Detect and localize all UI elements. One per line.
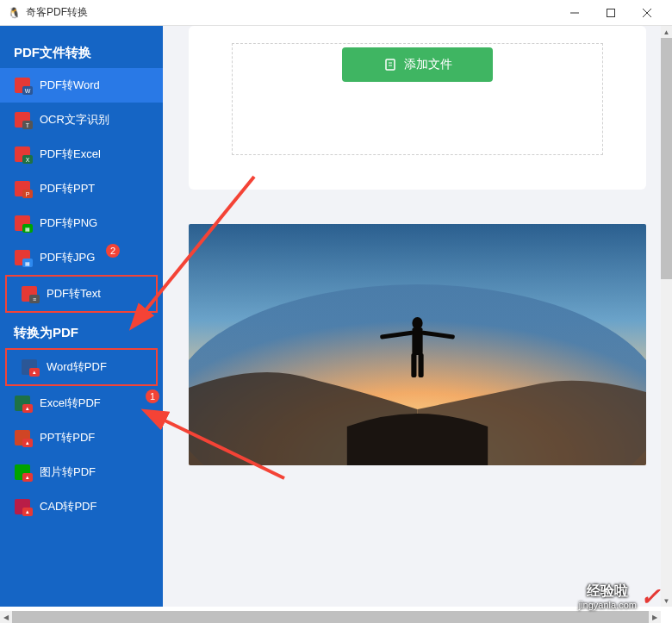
- sidebar-item-label: Word转PDF: [47, 359, 142, 375]
- sidebar-item-label: PDF转Text: [47, 286, 142, 302]
- close-button[interactable]: [629, 1, 665, 25]
- sidebar-item-pdf-to-word[interactable]: PDF转Word: [0, 68, 163, 103]
- maximize-button[interactable]: [593, 1, 629, 25]
- sidebar-item-pdf-to-jpg[interactable]: PDF转JPG 2: [0, 240, 163, 275]
- drop-area[interactable]: 添加文件: [232, 43, 603, 155]
- ocr-icon: [14, 111, 31, 128]
- sidebar-item-label: PDF转PNG: [40, 215, 149, 231]
- annotation-highlight-box: PDF转Text: [5, 275, 158, 313]
- hero-image: [189, 224, 646, 465]
- sidebar-item-label: 图片转PDF: [40, 464, 149, 480]
- svg-rect-13: [411, 353, 416, 377]
- annotation-badge: 1: [146, 389, 159, 403]
- sidebar-item-pdf-to-png[interactable]: PDF转PNG: [0, 206, 163, 240]
- sidebar-section-convert-to: 转换为PDF: [0, 313, 163, 348]
- pdf-text-icon: [21, 285, 38, 302]
- sidebar-item-image-to-pdf[interactable]: 图片转PDF: [0, 455, 163, 489]
- sidebar-section-convert-from: PDF文件转换: [0, 33, 163, 68]
- window-title: 奇客PDF转换: [26, 5, 557, 20]
- upload-card: 添加文件: [189, 26, 646, 190]
- svg-rect-1: [607, 9, 615, 16]
- svg-rect-4: [386, 59, 395, 70]
- add-file-button[interactable]: 添加文件: [342, 47, 493, 82]
- titlebar: 🐧 奇客PDF转换: [0, 0, 672, 26]
- sidebar-item-pdf-to-excel[interactable]: PDF转Excel: [0, 137, 163, 171]
- annotation-highlight-box: Word转PDF: [5, 348, 158, 386]
- window-controls: [557, 1, 665, 25]
- minimize-button[interactable]: [557, 1, 593, 25]
- scroll-left-icon[interactable]: ◀: [0, 611, 12, 623]
- watermark: 经验啦 jingyanla.com ✓: [579, 583, 660, 611]
- svg-rect-10: [412, 327, 422, 355]
- pdf-ppt-icon: [14, 180, 31, 197]
- image-pdf-icon: [14, 464, 31, 481]
- pdf-word-icon: [14, 77, 31, 94]
- sidebar-item-excel-to-pdf[interactable]: Excel转PDF 1: [0, 386, 163, 421]
- watermark-text: 经验啦 jingyanla.com: [579, 583, 637, 610]
- cad-pdf-icon: [14, 498, 31, 515]
- svg-rect-14: [419, 353, 424, 377]
- sidebar-item-pdf-to-text[interactable]: PDF转Text: [7, 277, 156, 311]
- word-pdf-icon: [21, 358, 38, 376]
- app-icon: 🐧: [7, 6, 21, 20]
- file-icon: [383, 58, 397, 72]
- ppt-pdf-icon: [14, 429, 31, 446]
- sidebar-item-word-to-pdf[interactable]: Word转PDF: [7, 350, 156, 384]
- scrollbar-thumb[interactable]: [661, 38, 672, 279]
- pdf-excel-icon: [14, 146, 31, 163]
- sidebar-item-label: OCR文字识别: [40, 112, 149, 128]
- sidebar-item-pdf-to-ppt[interactable]: PDF转PPT: [0, 171, 163, 206]
- sidebar-item-label: PDF转Word: [40, 78, 149, 93]
- vertical-scrollbar[interactable]: ▲ ▼: [661, 26, 672, 607]
- pdf-jpg-icon: [14, 249, 31, 266]
- sidebar-item-label: PDF转PPT: [40, 181, 149, 196]
- scroll-right-icon[interactable]: ▶: [649, 611, 661, 623]
- sidebar-item-label: Excel转PDF: [40, 396, 149, 411]
- scroll-down-icon[interactable]: ▼: [661, 595, 672, 607]
- add-file-label: 添加文件: [404, 57, 452, 72]
- sidebar-item-label: PPT转PDF: [40, 430, 149, 445]
- horizontal-scrollbar[interactable]: ◀ ▶: [0, 611, 661, 623]
- scroll-up-icon[interactable]: ▲: [661, 26, 672, 38]
- sidebar-item-label: CAD转PDF: [40, 499, 149, 514]
- checkmark-icon: ✓: [640, 583, 660, 611]
- sidebar-item-ppt-to-pdf[interactable]: PPT转PDF: [0, 421, 163, 455]
- sidebar-item-cad-to-pdf[interactable]: CAD转PDF: [0, 489, 163, 524]
- sidebar: PDF文件转换 PDF转Word OCR文字识别 PDF转Excel PDF转P…: [0, 26, 163, 607]
- sidebar-item-label: PDF转Excel: [40, 146, 149, 162]
- annotation-badge: 2: [106, 244, 120, 258]
- sidebar-item-label: PDF转JPG: [40, 250, 149, 265]
- sidebar-item-ocr[interactable]: OCR文字识别: [0, 103, 163, 137]
- excel-pdf-icon: [14, 395, 31, 412]
- content-area: 添加文件: [163, 26, 672, 607]
- scrollbar-thumb[interactable]: [12, 611, 650, 623]
- pdf-png-icon: [14, 215, 31, 232]
- svg-point-9: [412, 317, 422, 329]
